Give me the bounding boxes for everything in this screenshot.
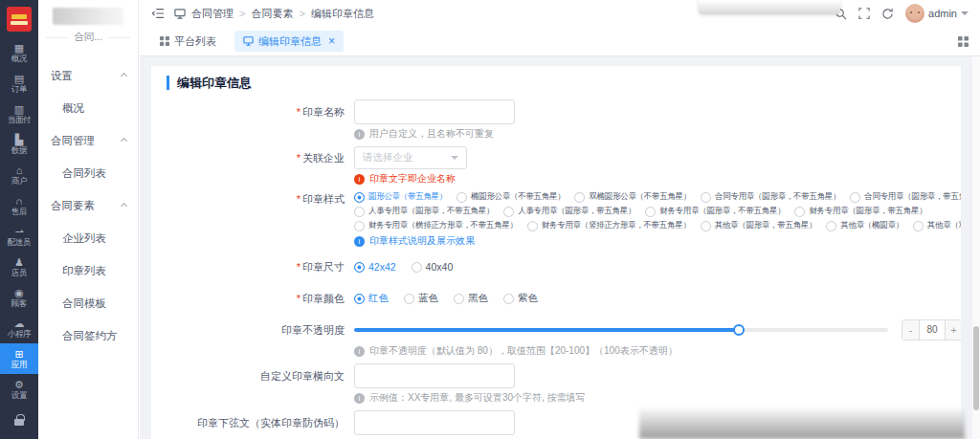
radio-color-red[interactable]: 红色	[354, 292, 389, 305]
miniprogram-icon: ☁	[14, 318, 25, 329]
topbar-actions: admin	[835, 4, 969, 23]
radio-label: 其他章（椭圆章）	[840, 220, 903, 231]
menu-label: 合同模板	[62, 297, 106, 309]
company-select[interactable]: 请选择企业	[354, 146, 467, 169]
sidebar-group-contract-elements[interactable]: 合同要素	[38, 189, 138, 222]
breadcrumb-item-current: 编辑印章信息	[311, 7, 374, 21]
scrollbar-thumb[interactable]	[973, 326, 979, 410]
radio-size-40[interactable]: 40x40	[412, 261, 454, 273]
sidebar-item-company-list[interactable]: 企业列表	[38, 222, 138, 254]
radio-seal-style[interactable]: 其他章（双椭圆章）	[913, 220, 961, 231]
radio-color-black[interactable]: 黑色	[454, 292, 488, 305]
field-label-text: 印章下弦文（实体印章防伪码）	[197, 417, 345, 428]
slider-handle[interactable]	[733, 324, 745, 336]
radio-seal-style[interactable]: 财务专用章（圆形章，带五角星）	[794, 206, 926, 217]
page-title: 编辑印章信息	[167, 76, 946, 90]
radio-seal-style[interactable]: 椭圆形公章（不带五角星）	[457, 191, 565, 203]
opacity-slider[interactable]	[354, 324, 888, 336]
field-label-text: 关联企业	[302, 152, 345, 164]
tab-edit-seal-info[interactable]: 编辑印章信息 ×	[234, 31, 344, 52]
sidebar-item-seal-list[interactable]: 印章列表	[38, 254, 138, 287]
user-menu[interactable]: admin	[905, 4, 969, 23]
rail-item-miniprogram[interactable]: ☁ 小程序	[0, 313, 38, 343]
rail-item-apps[interactable]: ⊞ 应用	[0, 343, 38, 374]
increment-button[interactable]: +	[946, 320, 961, 340]
rail-item-label: 设置	[11, 391, 27, 400]
radio-icon	[701, 192, 711, 203]
lock-icon[interactable]	[14, 408, 24, 426]
decrement-button[interactable]: -	[902, 320, 919, 340]
rail-item-staff[interactable]: ♟ 店员	[0, 252, 38, 282]
style-option-row: 财务专用章（横排正方形章，不带五角星） 财务专用章（竖排正方形章，不带五角星） …	[354, 220, 946, 231]
breadcrumb-item[interactable]: 合同要素	[251, 7, 293, 21]
rail-item-aftersales[interactable]: ∩ 售后	[0, 190, 38, 221]
refresh-icon[interactable]	[881, 8, 894, 20]
radio-seal-style[interactable]: 财务专用章（圆形章，不带五角星）	[645, 206, 785, 217]
radio-seal-style[interactable]: 财务专用章（横排正方形章，不带五角星）	[354, 220, 518, 231]
radio-label: 圆形公章（带五角星）	[368, 191, 447, 203]
field-label: 自定义印章横向文	[167, 364, 354, 387]
seal-name-input[interactable]	[354, 99, 515, 124]
rail-item-merchant[interactable]: ⌂ 商户	[0, 160, 38, 190]
rail-item-settings[interactable]: ⚙ 设置	[0, 374, 38, 405]
brand-logo-mark	[11, 14, 27, 19]
radio-seal-style[interactable]: 圆形公章（带五角星）	[354, 191, 447, 203]
field-seal-size: *印章尺寸 42x42 40x40	[167, 255, 946, 278]
radio-color-purple[interactable]: 紫色	[503, 292, 538, 305]
radio-seal-style[interactable]: 其他章（圆形章，带五角星）	[701, 220, 817, 231]
sidebar-group-contract-mgmt[interactable]: 合同管理	[38, 124, 138, 157]
rail-item-overview[interactable]: ▦ 概况	[0, 37, 38, 68]
menu-label: 企业列表	[62, 232, 106, 244]
radio-icon	[527, 221, 538, 231]
data-chart-icon: ▙	[15, 135, 23, 145]
hint-text: 示例值：XX专用章, 最多可设置30个字符, 按需填写	[369, 391, 586, 405]
radio-icon	[354, 207, 365, 217]
opacity-value[interactable]: 80	[919, 320, 946, 340]
radio-seal-style[interactable]: 合同专用章（圆形章，带五角星）	[850, 191, 961, 203]
style-guide-link[interactable]: i印章样式说明及展示效果	[354, 234, 946, 248]
radio-color-blue[interactable]: 蓝色	[404, 292, 438, 305]
radio-seal-style[interactable]: 合同专用章（圆形章，不带五角星）	[701, 191, 840, 203]
sidebar-item-contract-signer[interactable]: 合同签约方	[38, 319, 138, 352]
brand-logo[interactable]	[7, 7, 32, 32]
menu-label: 合同要素	[51, 200, 95, 211]
tab-platform-list[interactable]: 平台列表	[151, 31, 225, 52]
radio-size-42[interactable]: 42x42	[354, 261, 396, 273]
info-icon: i	[354, 393, 365, 404]
rail-item-face-pay[interactable]: ▥ 当面付	[0, 99, 38, 129]
radio-seal-style[interactable]: 其他章（椭圆章）	[826, 220, 903, 231]
breadcrumb-item[interactable]: 合同管理	[191, 7, 234, 21]
dashboard-icon: ▦	[14, 43, 24, 54]
info-icon: i	[354, 236, 365, 247]
required-marker: *	[297, 106, 301, 118]
rail-item-data[interactable]: ▙ 数据	[0, 129, 38, 160]
menu-label: 设置	[51, 70, 73, 81]
radio-icon	[645, 207, 656, 217]
tab-options-icon[interactable]	[958, 36, 969, 47]
chevron-down-icon	[961, 11, 969, 15]
field-opacity: 印章不透明度 - 80 +	[167, 318, 946, 341]
rail-item-label: 订单	[11, 85, 27, 94]
sidebar-group-settings[interactable]: 设置	[38, 59, 138, 92]
radio-seal-style[interactable]: 人事专用章（圆形章，带五角星）	[503, 206, 635, 217]
radio-seal-style[interactable]: 双椭圆形公章（不带五角星）	[574, 191, 691, 203]
radio-icon	[404, 294, 414, 304]
radio-label: 蓝色	[418, 292, 438, 305]
radio-seal-style[interactable]: 人事专用章（圆形章，不带五角星）	[354, 206, 494, 217]
bottom-text-input[interactable]	[354, 410, 515, 435]
rail-item-customer[interactable]: ◉ 顾客	[0, 282, 38, 313]
radio-icon	[412, 262, 422, 273]
fullscreen-icon[interactable]	[858, 8, 870, 19]
sidebar-item-contract-list[interactable]: 合同列表	[38, 157, 138, 189]
horizontal-text-input[interactable]	[354, 363, 515, 388]
sidebar-item-overview[interactable]: 概况	[38, 92, 138, 124]
collapse-menu-icon[interactable]	[151, 8, 165, 19]
radio-seal-style[interactable]: 财务专用章（竖排正方形章，不带五角星）	[527, 220, 691, 231]
rail-item-orders[interactable]: ▤ 订单	[0, 68, 38, 99]
rail-item-label: 店员	[11, 269, 27, 277]
sidebar-item-contract-template[interactable]: 合同模板	[38, 287, 138, 319]
rail-item-delivery[interactable]: ⇀ 配送员	[0, 221, 38, 252]
menu-label: 合同签约方	[62, 330, 118, 341]
label-spacer	[167, 127, 354, 141]
close-icon[interactable]: ×	[328, 35, 335, 47]
